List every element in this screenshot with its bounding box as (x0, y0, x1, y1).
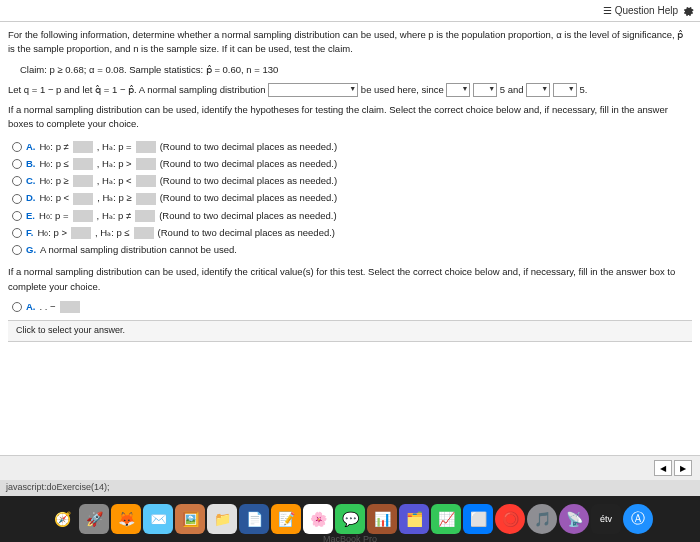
preview-icon[interactable]: 🖼️ (175, 504, 205, 534)
distribution-line: Let q = 1 − p and let q̂ = 1 − p̂. A nor… (8, 83, 692, 97)
input-f2[interactable] (134, 227, 154, 239)
cond2-dropdown[interactable] (526, 83, 550, 97)
option-g[interactable]: G.A normal sampling distribution cannot … (12, 243, 692, 257)
question-body: For the following information, determine… (0, 22, 700, 348)
radio-e[interactable] (12, 211, 22, 221)
tv-icon[interactable]: étv (591, 504, 621, 534)
radio-d[interactable] (12, 194, 22, 204)
click-prompt: Click to select your answer. (8, 320, 692, 342)
option-d[interactable]: D.H₀: p <, Hₐ: p ≥(Round to two decimal … (12, 191, 692, 205)
list-icon: ☰ (603, 5, 612, 16)
gear-icon[interactable] (682, 5, 694, 17)
appstore-icon[interactable]: Ⓐ (623, 504, 653, 534)
launchpad-icon[interactable]: 🚀 (79, 504, 109, 534)
word-icon[interactable]: 📄 (239, 504, 269, 534)
mail-icon[interactable]: ✉️ (143, 504, 173, 534)
input-e2[interactable] (135, 210, 155, 222)
messages-icon[interactable]: 💬 (335, 504, 365, 534)
cond1-dropdown[interactable] (446, 83, 470, 97)
input-c1[interactable] (73, 175, 93, 187)
input-cv[interactable] (60, 301, 80, 313)
browser-status-bar: javascript:doExercise(14); (0, 480, 700, 496)
input-b1[interactable] (73, 158, 93, 170)
prev-button[interactable]: ◀ (654, 460, 672, 476)
radio-c[interactable] (12, 176, 22, 186)
radio-b[interactable] (12, 159, 22, 169)
next-button[interactable]: ▶ (674, 460, 692, 476)
input-a1[interactable] (73, 141, 93, 153)
input-b2[interactable] (136, 158, 156, 170)
podcast-icon[interactable]: 📡 (559, 504, 589, 534)
option-c[interactable]: C.H₀: p ≥, Hₐ: p <(Round to two decimal … (12, 174, 692, 188)
question-help-label: Question Help (615, 5, 678, 16)
option-e[interactable]: E.H₀: p =, Hₐ: p ≠(Round to two decimal … (12, 209, 692, 223)
option-a[interactable]: A.H₀: p ≠, Hₐ: p =(Round to two decimal … (12, 140, 692, 154)
claim-text: Claim: p ≥ 0.68; α = 0.08. Sample statis… (20, 63, 692, 77)
input-d2[interactable] (136, 193, 156, 205)
option-f[interactable]: F.H₀: p >, Hₐ: p ≤(Round to two decimal … (12, 226, 692, 240)
input-f1[interactable] (71, 227, 91, 239)
red-app-icon[interactable]: ⭕ (495, 504, 525, 534)
music-icon[interactable]: 🎵 (527, 504, 557, 534)
macbook-label: MacBook Pro (323, 534, 377, 542)
app-icon-1[interactable]: 📊 (367, 504, 397, 534)
safari-icon[interactable]: 🧭 (47, 504, 77, 534)
firefox-icon[interactable]: 🦊 (111, 504, 141, 534)
radio-g[interactable] (12, 245, 22, 255)
question-help-button[interactable]: ☰ Question Help (603, 5, 678, 16)
option-b[interactable]: B.H₀: p ≤, Hₐ: p >(Round to two decimal … (12, 157, 692, 171)
finder-icon[interactable]: 📁 (207, 504, 237, 534)
photos-icon[interactable]: 🌸 (303, 504, 333, 534)
input-c2[interactable] (136, 175, 156, 187)
app-icon-2[interactable]: 🗂️ (399, 504, 429, 534)
pages-icon[interactable]: 📝 (271, 504, 301, 534)
top-toolbar: ☰ Question Help (0, 0, 700, 22)
intro-text: For the following information, determine… (8, 28, 692, 57)
cond1-op-dropdown[interactable] (473, 83, 497, 97)
nav-footer: ◀ ▶ (0, 455, 700, 480)
critical-value-instructions: If a normal sampling distribution can be… (8, 265, 692, 294)
option-cv-a[interactable]: A.. . − (8, 300, 692, 314)
hypothesis-instructions: If a normal sampling distribution can be… (8, 103, 692, 132)
input-d1[interactable] (73, 193, 93, 205)
input-e1[interactable] (73, 210, 93, 222)
numbers-icon[interactable]: 📈 (431, 504, 461, 534)
answer-options: A.H₀: p ≠, Hₐ: p =(Round to two decimal … (12, 140, 692, 258)
app-icon-3[interactable]: ⬜ (463, 504, 493, 534)
radio-a[interactable] (12, 142, 22, 152)
radio-cv-a[interactable] (12, 302, 22, 312)
cond2-op-dropdown[interactable] (553, 83, 577, 97)
radio-f[interactable] (12, 228, 22, 238)
input-a2[interactable] (136, 141, 156, 153)
can-cannot-dropdown[interactable] (268, 83, 358, 97)
